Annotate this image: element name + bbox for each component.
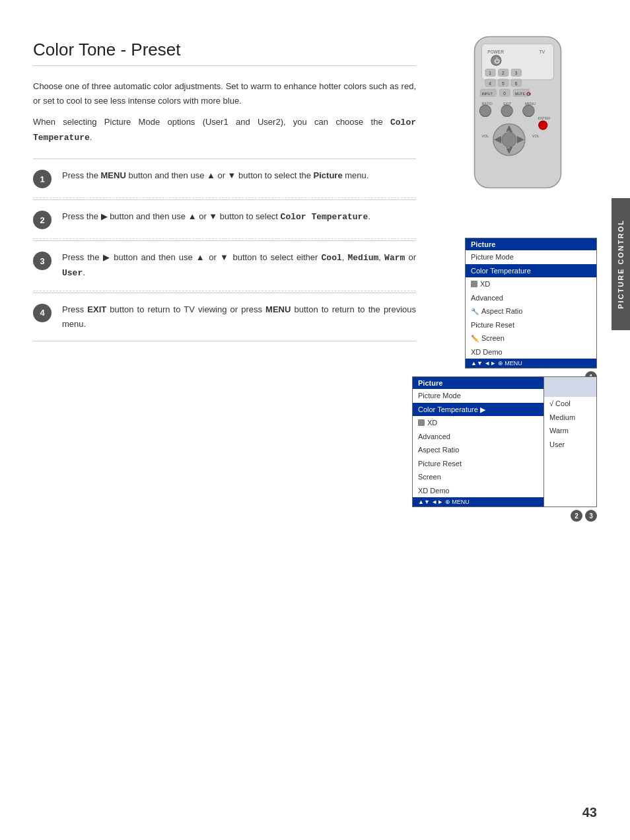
svg-text:5: 5 — [502, 81, 505, 86]
svg-text:INPUT: INPUT — [481, 92, 493, 96]
submenu-cool: Cool — [544, 397, 596, 411]
menu-item-xd-2: XD — [413, 416, 543, 430]
menu-item-color-temp-1: Color Temperature — [466, 264, 596, 278]
menu-item-advanced-1: Advanced — [466, 291, 596, 305]
svg-point-31 — [539, 121, 547, 129]
menu-item-xd-demo-2: XD Demo — [413, 484, 543, 498]
menu-item-advanced-2: Advanced — [413, 430, 543, 444]
menu-box-2: Picture Picture Mode Color Temperature ▶… — [412, 376, 544, 507]
svg-text:0: 0 — [503, 91, 506, 96]
step-number-2: 2 — [33, 211, 52, 229]
menu-header-1: Picture — [466, 238, 596, 250]
sidebar-label: PICTURE CONTROL — [617, 219, 625, 309]
menu-footer-1: ▲▼ ◄► ⊕ MENU — [466, 359, 596, 368]
svg-text:VOL: VOL — [481, 134, 489, 138]
page-title: Color Tone - Preset — [33, 40, 416, 66]
svg-text:3: 3 — [515, 71, 518, 75]
menu-item-screen-2: Screen — [413, 470, 543, 484]
menu-with-submenu: Picture Picture Mode Color Temperature ▶… — [412, 376, 597, 507]
svg-text:CH: CH — [505, 146, 509, 149]
menu-item-xd-demo-1: XD Demo — [466, 345, 596, 359]
menu-item-picture-mode-1: Picture Mode — [466, 250, 596, 264]
menu-screenshot-2: Picture Picture Mode Color Temperature ▶… — [412, 376, 597, 522]
step-badge-2: 2 — [571, 510, 582, 522]
menu-item-xd-1: XD — [466, 277, 596, 291]
step-text-2: Press the ▶ button and then use ▲ or ▼ b… — [62, 209, 370, 225]
page-number: 43 — [582, 805, 597, 820]
step-text-1: Press the MENU button and then use ▲ or … — [62, 168, 368, 183]
menu-screenshot-1: Picture Picture Mode Color Temperature X… — [465, 238, 597, 383]
intro-paragraph2: When selecting Picture Mode options (Use… — [33, 115, 416, 145]
menu-footer-2: ▲▼ ◄► ⊕ MENU — [413, 497, 543, 507]
menu-item-aspect-2: Aspect Ratio — [413, 443, 543, 457]
svg-text:POWER: POWER — [487, 50, 504, 54]
step-3: 3 Press the ▶ button and then use ▲ or ▼… — [33, 240, 416, 291]
svg-text:⏻: ⏻ — [494, 57, 500, 64]
remote-control-area: POWER TV ⏻ 1 2 3 4 5 6 INPUT 0 MUTE 🔇 RA… — [438, 33, 597, 205]
svg-text:1: 1 — [489, 71, 491, 75]
badge-23-row: 2 3 — [412, 510, 597, 522]
menu-item-screen-1: ✏️ Screen — [466, 332, 596, 345]
step-text-4: Press EXIT button to return to TV viewin… — [62, 302, 416, 332]
menu-item-picture-mode-2: Picture Mode — [413, 389, 543, 403]
intro-paragraph1: Choose one of three automatic color adju… — [33, 79, 416, 108]
menu-item-picture-reset-1: Picture Reset — [466, 318, 596, 332]
remote-control-image: POWER TV ⏻ 1 2 3 4 5 6 INPUT 0 MUTE 🔇 RA… — [458, 33, 577, 192]
svg-text:VOL: VOL — [532, 134, 540, 138]
submenu-user: User — [544, 438, 596, 452]
svg-text:TV: TV — [540, 50, 545, 54]
svg-point-27 — [479, 105, 491, 116]
svg-text:6: 6 — [515, 81, 518, 86]
svg-text:4: 4 — [489, 81, 491, 86]
menu-item-picture-reset-2: Picture Reset — [413, 457, 543, 471]
svg-point-33 — [502, 133, 516, 147]
step-text-3: Press the ▶ button and then use ▲ or ▼ b… — [62, 250, 416, 281]
svg-point-29 — [523, 105, 534, 116]
step-1: 1 Press the MENU button and then use ▲ o… — [33, 158, 416, 198]
submenu-box: Cool Medium Warm User — [544, 376, 597, 507]
step-number-3: 3 — [33, 252, 52, 270]
menu-box-1: Picture Picture Mode Color Temperature X… — [465, 238, 597, 368]
step-number-4: 4 — [33, 304, 52, 322]
menu-header-2: Picture — [413, 377, 543, 389]
submenu-medium: Medium — [544, 411, 596, 425]
sidebar-tab: PICTURE CONTROL — [612, 198, 630, 330]
svg-text:MUTE 🔇: MUTE 🔇 — [515, 91, 531, 96]
step-badge-3: 3 — [585, 510, 597, 522]
menu-item-color-temp-2: Color Temperature ▶ — [413, 403, 543, 417]
main-content: Color Tone - Preset Choose one of three … — [33, 40, 416, 343]
steps-container: 1 Press the MENU button and then use ▲ o… — [33, 158, 416, 341]
svg-text:ENTER: ENTER — [538, 116, 551, 120]
svg-text:2: 2 — [502, 71, 505, 75]
svg-text:CH: CH — [505, 130, 509, 133]
menu-item-aspect-1: 🔧 Aspect Ratio — [466, 304, 596, 318]
submenu-warm: Warm — [544, 424, 596, 438]
step-number-1: 1 — [33, 170, 52, 188]
svg-point-28 — [501, 105, 512, 116]
step-4: 4 Press EXIT button to return to TV view… — [33, 293, 416, 341]
step-2: 2 Press the ▶ button and then use ▲ or ▼… — [33, 199, 416, 239]
